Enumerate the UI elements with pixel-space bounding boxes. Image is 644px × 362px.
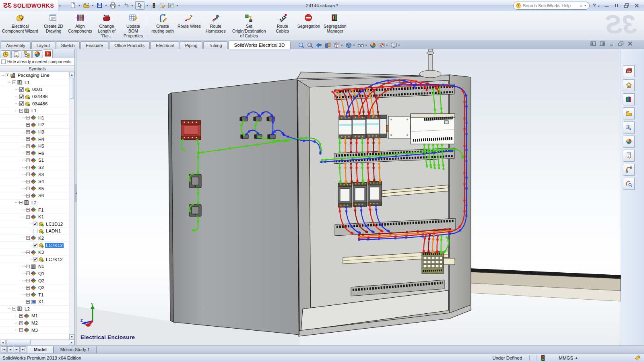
view-settings-button[interactable]: ▼ [390,42,400,49]
close-doc-icon[interactable] [627,41,633,46]
ribbon-segregation-manager-button[interactable]: Segregation Manager [322,11,348,40]
open-button[interactable] [83,2,90,9]
tree-row-q1[interactable]: +Q1 [0,270,69,278]
expander-plus-icon[interactable]: + [26,187,30,190]
view-palette-button[interactable] [623,121,635,134]
routing-library-button[interactable] [623,164,635,176]
select-tool-button[interactable] [135,1,144,10]
zoom-to-fit-button[interactable] [298,42,305,49]
expander-plus-icon[interactable]: + [26,300,30,304]
minimize-button-icon[interactable] [603,3,610,8]
tree-row-k1[interactable]: −K1 [0,214,69,221]
expander-plus-icon[interactable]: + [6,74,9,77]
tree-row-f1[interactable]: +F1 [0,206,69,214]
tree-row-l2[interactable]: −L2 [0,306,69,313]
tree-checkbox[interactable] [33,257,37,261]
expander-plus-icon[interactable]: + [26,194,30,197]
expander-minus-icon[interactable]: − [26,236,30,240]
ribbon-electrical-wizard-button[interactable]: Electrical Component Wizard [0,11,40,40]
plc-module[interactable] [411,114,455,144]
tab-sketch[interactable]: Sketch [56,41,80,49]
options-button[interactable] [167,2,175,9]
scroll-down-icon[interactable]: ▼ [69,334,74,339]
expander-minus-icon[interactable]: − [19,201,23,204]
panel-tab-properties-sheet[interactable] [11,50,21,58]
help-search-input[interactable] [523,3,580,8]
cascade-doc-icon[interactable] [618,41,623,46]
tree-row-x1[interactable]: +X1 [0,298,69,306]
expander-minus-icon[interactable]: − [12,307,16,311]
tree-row-k3[interactable]: −K3 [0,249,69,256]
display-style-button[interactable]: ▼ [345,42,355,49]
expander-plus-icon[interactable]: + [26,286,30,290]
view-orientation-caret-icon[interactable]: ▼ [341,44,343,47]
tab-evaluate[interactable]: Evaluate [80,41,108,49]
hide-inserted-checkbox[interactable] [1,60,6,64]
tree-row-s2[interactable]: +S2 [0,164,69,171]
section-view-button[interactable] [324,42,331,49]
apply-scene-caret-icon[interactable]: ▼ [386,44,388,47]
save-caret-icon[interactable]: ▼ [105,4,107,7]
enclosure-3d-model[interactable]: Y Z [77,49,621,345]
display-style-caret-icon[interactable]: ▼ [353,44,355,47]
expander-plus-icon[interactable]: + [26,151,30,155]
tree-row-h2[interactable]: +H2 [0,121,69,129]
tree-row-0001[interactable]: 0001 [0,86,69,93]
tree-row-034486[interactable]: 034486 [0,93,69,101]
expander-plus-icon[interactable]: + [26,130,30,134]
tree-row-s6[interactable]: +S6 [0,192,69,200]
undo-button[interactable] [122,2,130,9]
save-button[interactable] [96,2,103,9]
tree-row-q3[interactable]: +Q3 [0,284,69,292]
view-orientation-button[interactable]: ▼ [333,42,343,49]
options-caret-icon[interactable]: ▼ [176,4,179,7]
tab-piping[interactable]: Piping [180,41,203,49]
prev-sheet-icon[interactable]: ◀ [7,346,13,352]
first-sheet-icon[interactable]: |◀ [1,346,7,352]
ribbon-route-wires-button[interactable]: Route Wires [176,11,202,40]
print-caret-icon[interactable]: ▼ [118,4,121,7]
tree-row-lc7k12[interactable]: LC7K12 [0,256,69,263]
tree-row-h1[interactable]: +H1 [0,115,69,122]
tile-right-icon[interactable] [600,41,605,46]
expander-minus-icon[interactable]: − [19,328,23,332]
ribbon-create-2d-drawing-button[interactable]: Create 2D Drawing [40,11,67,40]
tab-electrical[interactable]: Electrical [151,41,179,49]
tree-row-034486[interactable]: 034486 [0,100,69,107]
expander-plus-icon[interactable]: + [19,321,23,325]
expander-plus-icon[interactable]: + [19,314,23,318]
help-menu-button[interactable]: ? ▼ [593,2,601,8]
tree-row-m3[interactable]: −M3 [0,327,69,334]
tree-row-q2[interactable]: +Q2 [0,277,69,284]
tree-checkbox[interactable] [33,222,37,226]
tree-row-k2[interactable]: −K2 [0,235,69,242]
expander-minus-icon[interactable]: − [26,215,30,219]
zoom-to-area-button[interactable] [307,42,314,49]
ribbon-origin-destination-button[interactable]: Set Origin/Destination of Cables [229,11,269,40]
restore-button-icon[interactable] [623,3,630,8]
panel-tab-appearances[interactable] [32,50,42,58]
search-caret-icon[interactable]: ▼ [584,4,587,7]
traffic-light-button[interactable] [150,2,158,9]
panel-tab-electrical-components[interactable] [1,50,11,58]
next-sheet-icon[interactable]: ▶ [14,346,20,352]
power-block[interactable] [386,116,413,139]
expander-plus-icon[interactable]: + [26,166,30,169]
new-document-button[interactable] [69,2,77,9]
tree-row-n1[interactable]: +N1 [0,263,69,270]
expander-plus-icon[interactable]: + [26,180,30,183]
hide-show-items-caret-icon[interactable]: ▼ [365,44,367,47]
design-library-button[interactable] [623,93,635,105]
file-explorer-button[interactable] [623,107,635,119]
tab-motion-study[interactable]: Motion Study 1 [54,346,97,353]
expander-plus-icon[interactable]: + [26,279,30,282]
undo-caret-icon[interactable]: ▼ [131,4,134,7]
hscroll-thumb[interactable] [6,340,31,345]
expander-plus-icon[interactable]: + [26,293,30,296]
appearances-scenes-button[interactable] [623,136,635,148]
expander-plus-icon[interactable]: + [26,173,30,176]
last-sheet-icon[interactable]: ▶| [20,346,26,352]
edit-appearance-button[interactable] [369,42,376,49]
expander-plus-icon[interactable]: + [26,272,30,275]
tile-left-icon[interactable] [590,41,596,46]
